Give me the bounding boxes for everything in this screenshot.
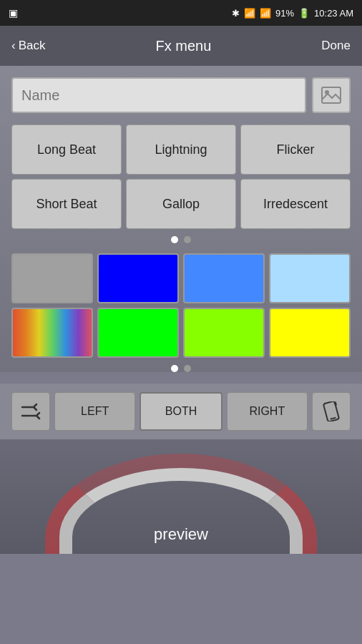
effect-lightning[interactable]: Lightning	[126, 125, 236, 175]
wifi-icon: 📶	[244, 8, 255, 19]
screenshot-icon: ▣	[9, 7, 18, 19]
color-cornflower[interactable]	[183, 253, 265, 303]
status-bar: ▣ ✱ 📶 📶 91% 🔋 10:23 AM	[0, 0, 362, 26]
back-chevron-icon: ‹	[11, 39, 16, 53]
svg-rect-0	[322, 87, 341, 103]
page-dot-2[interactable]	[184, 236, 191, 243]
preview-label: preview	[0, 525, 362, 544]
back-label: Back	[19, 39, 46, 53]
header: ‹ Back Fx menu Done	[0, 26, 362, 66]
color-blue[interactable]	[97, 253, 179, 303]
color-grid	[11, 253, 351, 358]
done-button[interactable]: Done	[321, 39, 351, 53]
preview-area: preview	[0, 439, 362, 554]
back-button[interactable]: ‹ Back	[11, 39, 45, 53]
shuffle-button[interactable]	[11, 392, 50, 431]
battery-icon: 🔋	[298, 8, 310, 19]
color-page-dot-1[interactable]	[171, 365, 178, 372]
effect-irredescent[interactable]: Irredescent	[240, 179, 351, 229]
effect-gallop[interactable]: Gallop	[126, 179, 236, 229]
color-rainbow[interactable]	[11, 308, 93, 358]
effect-long-beat[interactable]: Long Beat	[11, 125, 122, 175]
time-display: 10:23 AM	[314, 8, 353, 19]
left-button[interactable]: LEFT	[54, 392, 135, 431]
signal-icon: 📶	[260, 8, 271, 19]
color-page-dot-2[interactable]	[184, 365, 191, 372]
effect-short-beat[interactable]: Short Beat	[11, 179, 122, 229]
phone-flip-icon	[323, 401, 340, 421]
main-content: Long Beat Lightning Flicker Short Beat G…	[0, 66, 362, 372]
both-button[interactable]: BOTH	[140, 392, 222, 431]
color-green[interactable]	[97, 308, 179, 358]
name-row	[11, 77, 351, 113]
page-dot-1[interactable]	[171, 236, 178, 243]
image-icon	[321, 87, 341, 104]
image-button[interactable]	[312, 77, 351, 113]
color-gray[interactable]	[11, 253, 93, 303]
shuffle-icon	[21, 403, 41, 420]
effect-pagination	[11, 236, 351, 243]
bluetooth-icon: ✱	[232, 8, 240, 19]
effect-grid: Long Beat Lightning Flicker Short Beat G…	[11, 125, 351, 229]
right-button[interactable]: RIGHT	[227, 392, 308, 431]
svg-line-3	[331, 418, 336, 419]
effect-flicker[interactable]: Flicker	[240, 125, 351, 175]
page-title: Fx menu	[156, 38, 212, 54]
name-input[interactable]	[11, 77, 306, 113]
color-lime[interactable]	[183, 308, 265, 358]
color-pagination	[11, 365, 351, 372]
color-lightblue[interactable]	[269, 253, 351, 303]
color-yellow[interactable]	[269, 308, 351, 358]
bottom-controls: LEFT BOTH RIGHT	[0, 384, 362, 439]
phone-flip-button[interactable]	[312, 392, 351, 431]
battery-level: 91%	[275, 8, 294, 19]
